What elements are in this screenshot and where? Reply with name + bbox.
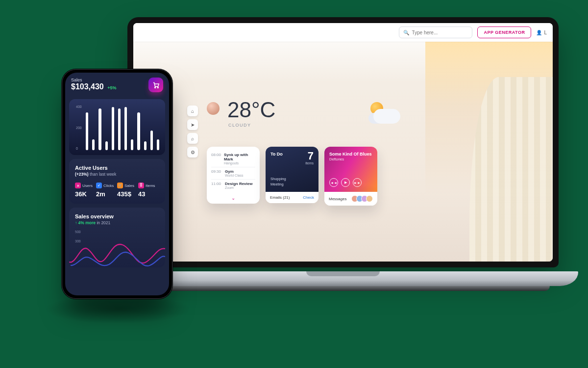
send-icon[interactable]: ➤ <box>187 119 198 130</box>
music-controls: ◄◄ ▶ ►► <box>329 178 362 187</box>
event-title: Gym <box>225 169 244 174</box>
metric-value: 36K <box>75 190 96 198</box>
y-tick: 200 <box>76 126 82 130</box>
cart-button[interactable] <box>148 78 163 92</box>
todo-count: 7 <box>308 150 314 162</box>
sales-pct: +5% <box>107 85 116 90</box>
sales-barchart: 400 200 0 <box>69 99 165 155</box>
todo-body[interactable]: To Do 7 items Shopping Meeting <box>266 147 318 192</box>
user-icon: 👤 <box>536 30 542 35</box>
sales-value: $103,430 <box>71 82 104 91</box>
overview-chart <box>69 240 165 267</box>
active-users-title: Active Users <box>75 165 159 171</box>
metric: 🛒Sales435$ <box>117 183 138 198</box>
calendar-event[interactable]: 09:30 GymWorld Class <box>211 167 255 180</box>
next-icon[interactable]: ►► <box>353 178 362 187</box>
sales-overview-card: Sales overview ↑ 4% more in 2021 500 300 <box>69 208 165 267</box>
metric: ➶Clicks2m <box>96 183 117 198</box>
messages-bar[interactable]: Messages <box>324 192 377 206</box>
search-icon: 🔍 <box>403 30 409 35</box>
svg-point-0 <box>154 87 155 88</box>
weather-condition: CLOUDY <box>228 123 471 128</box>
calendar-event[interactable]: 11:00 Design ReviewZoom <box>211 180 255 191</box>
active-users-pct: (+23%) <box>75 172 89 177</box>
event-sub: Zoom <box>225 186 252 189</box>
prev-icon[interactable]: ◄◄ <box>329 178 338 187</box>
list-item: Meeting <box>270 182 286 187</box>
todo-count-label: items <box>305 161 314 165</box>
laptop-screen: 🔍 APP GENERATOR 👤 L ⌂ ➤ ⌕ ⚙ 28°C CLOUDY <box>127 17 559 267</box>
topbar: 🔍 APP GENERATOR 👤 L <box>133 23 553 42</box>
music-title: Some Kind Of Blues <box>329 152 372 157</box>
metric-label: Clicks <box>103 184 114 188</box>
bar <box>105 141 108 150</box>
bar <box>86 112 88 150</box>
metric-value: 435$ <box>117 190 138 198</box>
avatar[interactable] <box>207 102 220 115</box>
event-sub: Hangouts <box>224 161 255 165</box>
music-body[interactable]: Some Kind Of Blues Deftones ◄◄ ▶ ►► <box>324 147 377 192</box>
home-icon[interactable]: ⌂ <box>187 105 198 116</box>
event-title: Synk up with Mark <box>224 153 255 161</box>
play-icon[interactable]: ▶ <box>341 178 350 187</box>
desktop-app: 🔍 APP GENERATOR 👤 L ⌂ ➤ ⌕ ⚙ 28°C CLOUDY <box>133 23 553 262</box>
svg-point-1 <box>157 87 158 88</box>
weather-hero: 28°C CLOUDY <box>207 99 471 128</box>
overview-sub: ↑ 4% more in 2021 <box>75 220 159 225</box>
gear-icon[interactable]: ⚙ <box>187 147 198 158</box>
quick-sidebar: ⌂ ➤ ⌕ ⚙ <box>187 105 198 158</box>
bar <box>144 141 147 150</box>
metrics-row: ⛯Users36K➶Clicks2m🛒Sales435$≣Items43 <box>75 183 159 198</box>
todo-card: To Do 7 items Shopping Meeting Emails (2… <box>266 147 318 203</box>
music-card: Some Kind Of Blues Deftones ◄◄ ▶ ►► Mess… <box>324 147 377 206</box>
emails-bar[interactable]: Emails (21) Check <box>266 192 318 203</box>
active-users-sub: (+23%) than last week <box>75 172 159 177</box>
calendar-card[interactable]: 08:00 Synk up with MarkHangouts 09:30 Gy… <box>207 147 260 204</box>
curtain-decoration <box>469 77 553 262</box>
overview-title: Sales overview <box>75 213 159 219</box>
list-item: Shopping <box>270 176 286 182</box>
event-time: 08:00 <box>211 153 221 165</box>
sales-header: Sales $103,430 +5% <box>65 73 169 95</box>
overview-up: ↑ 4% more <box>75 220 96 225</box>
bar <box>112 107 114 150</box>
y-tick: 0 <box>76 147 82 150</box>
phone-app: Sales $103,430 +5% 400 200 0 Active User… <box>65 73 169 295</box>
login-label: L <box>544 30 547 35</box>
overview-rest: in 2021 <box>96 220 110 225</box>
app-generator-button[interactable]: APP GENERATOR <box>477 26 531 38</box>
metric-label: Sales <box>124 184 134 188</box>
bar <box>124 107 127 150</box>
calendar-event[interactable]: 08:00 Synk up with MarkHangouts <box>211 151 255 167</box>
search-icon[interactable]: ⌕ <box>187 133 198 144</box>
todo-items: Shopping Meeting <box>270 176 286 187</box>
music-artist: Deftones <box>329 157 372 161</box>
avatar-stack <box>353 195 373 202</box>
search-field[interactable]: 🔍 <box>399 26 472 38</box>
search-input[interactable] <box>412 30 468 35</box>
event-title: Design Review <box>225 182 252 186</box>
users-icon: ⛯ <box>75 183 81 188</box>
cart-icon <box>152 81 160 89</box>
y-tick: 500 <box>75 230 81 234</box>
metric-value: 43 <box>138 190 159 198</box>
emails-action: Check <box>303 195 314 200</box>
bar <box>137 112 140 150</box>
active-users-rest: than last week <box>89 172 117 177</box>
login-link[interactable]: 👤 L <box>536 30 547 35</box>
laptop-frame: 🔍 APP GENERATOR 👤 L ⌂ ➤ ⌕ ⚙ 28°C CLOUDY <box>108 17 578 297</box>
bar <box>118 108 121 150</box>
laptop-base <box>108 271 578 297</box>
sales-label: Sales <box>71 78 116 82</box>
bar <box>131 139 133 150</box>
sales-icon: 🛒 <box>117 183 123 188</box>
bar <box>157 139 159 150</box>
widget-row: 08:00 Synk up with MarkHangouts 09:30 Gy… <box>207 147 377 206</box>
cloud-icon <box>373 109 400 124</box>
chevron-down-icon[interactable]: ⌄ <box>207 193 260 204</box>
y-axis-ticks: 400 200 0 <box>76 105 82 150</box>
phone-frame: Sales $103,430 +5% 400 200 0 Active User… <box>61 69 173 299</box>
chart-bars <box>86 105 159 150</box>
event-time: 11:00 <box>211 182 222 189</box>
event-time: 09:30 <box>211 169 222 177</box>
